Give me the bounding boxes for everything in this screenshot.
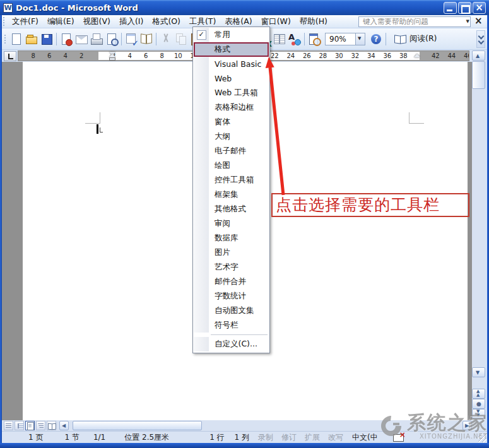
columns-icon[interactable] <box>272 32 287 47</box>
minimize-button[interactable] <box>444 2 457 14</box>
vertical-scrollbar[interactable] <box>472 50 485 420</box>
reading-mode-button[interactable]: 阅读(R) <box>391 32 440 46</box>
spelling-status-icon[interactable] <box>393 433 404 442</box>
toolbars-menu-item[interactable]: 邮件合并 <box>194 274 269 289</box>
toolbars-menu-items: 常用 格式 Visual Basic Web <box>194 28 269 333</box>
toolbars-menu-item[interactable]: 数据库 <box>194 231 269 245</box>
scroll-right-icon[interactable] <box>462 421 472 430</box>
help-icon[interactable] <box>368 32 384 47</box>
print-preview-icon[interactable] <box>104 32 119 47</box>
zoom-select[interactable]: 90% <box>325 33 365 45</box>
toolbars-menu-item[interactable]: 审阅 <box>194 216 269 231</box>
scroll-left-icon[interactable] <box>59 421 69 430</box>
margin-corner-mark <box>409 112 409 124</box>
web-layout-view-button[interactable] <box>15 421 24 430</box>
horizontal-scroll-thumb[interactable] <box>73 421 202 430</box>
toolbars-menu-item[interactable]: 自动图文集 <box>194 304 269 318</box>
section-indicator: 1 节 <box>64 432 79 443</box>
menu-item-gutter <box>194 274 209 289</box>
help-question-input[interactable]: 键入需要帮助的问题 <box>358 16 471 27</box>
view-buttons <box>3 421 57 430</box>
toolbars-menu-item[interactable]: 绘图 <box>194 158 269 173</box>
toolbars-menu-item[interactable]: Web 工具箱 <box>194 86 269 100</box>
chevron-down-icon[interactable] <box>464 19 470 25</box>
menu-item[interactable]: 格式(O) <box>148 15 185 28</box>
menu-item-label: 控件工具箱 <box>209 175 254 186</box>
drawing-icon[interactable] <box>287 32 302 47</box>
toolbar-grip-icon[interactable] <box>4 35 6 44</box>
toolbars-menu-item[interactable]: 窗体 <box>194 115 269 129</box>
print-layout-view-button[interactable] <box>25 421 35 430</box>
resize-grip[interactable] <box>478 434 486 442</box>
menu-item-label: 艺术字 <box>209 262 239 273</box>
permission-icon[interactable] <box>59 32 74 47</box>
language-indicator[interactable]: 中文(中 <box>352 432 378 443</box>
toolbar-separator[interactable] <box>154 32 158 47</box>
toolbar-options-icon[interactable] <box>476 30 485 48</box>
menu-item[interactable]: 插入(I) <box>115 15 148 28</box>
chevron-down-icon[interactable] <box>355 33 365 45</box>
toolbars-menu-item[interactable]: Web <box>194 71 269 86</box>
close-document-icon[interactable] <box>474 17 483 27</box>
maximize-button[interactable] <box>458 2 471 14</box>
vertical-scroll-thumb[interactable] <box>472 61 485 89</box>
toolbars-menu-item[interactable]: 框架集 <box>194 187 269 202</box>
research-icon[interactable] <box>139 32 154 47</box>
left-indent-marker[interactable] <box>109 57 115 61</box>
menu-item-label: 字数统计 <box>209 291 246 302</box>
mode-toggle[interactable]: 录制 <box>258 432 273 443</box>
toolbars-menu-item[interactable]: Visual Basic <box>194 57 269 71</box>
toolbars-menu-item[interactable]: 控件工具箱 <box>194 173 269 187</box>
toolbars-menu-item[interactable]: 电子邮件 <box>194 144 269 158</box>
toolbars-menu-item[interactable]: 艺术字 <box>194 260 269 274</box>
open-icon[interactable] <box>24 32 39 47</box>
toolbar-separator[interactable] <box>119 32 124 47</box>
mode-toggle[interactable]: 改写 <box>328 432 343 443</box>
scroll-up-icon[interactable] <box>472 50 485 61</box>
ruler-number: 6 <box>42 51 58 61</box>
margin-corner-mark <box>85 123 100 124</box>
toolbars-menu-item[interactable]: 表格和边框 <box>194 100 269 115</box>
outline-view-button[interactable] <box>36 421 45 430</box>
ruler-number: 38 <box>396 51 412 61</box>
menu-item-label: 自动图文集 <box>209 305 254 316</box>
new-document-icon[interactable] <box>9 32 24 47</box>
select-browse-object-icon[interactable] <box>472 399 485 409</box>
previous-page-icon[interactable] <box>472 389 485 399</box>
zoom-page-icon[interactable] <box>307 32 322 47</box>
toolbars-menu-item[interactable]: 符号栏 <box>194 318 269 333</box>
toolbars-menu-item[interactable]: 字数统计 <box>194 289 269 304</box>
close-button[interactable] <box>473 2 486 14</box>
menu-item-gutter <box>194 42 209 57</box>
normal-view-button[interactable] <box>4 421 13 430</box>
scroll-down-icon[interactable] <box>472 367 485 377</box>
menu-item[interactable]: 编辑(E) <box>43 15 79 28</box>
print-icon[interactable] <box>89 32 104 47</box>
toolbar-separator[interactable] <box>54 32 59 47</box>
email-icon[interactable] <box>74 32 89 47</box>
menu-item[interactable]: 视图(V) <box>79 15 115 28</box>
copy-icon[interactable] <box>174 32 189 47</box>
customize-menu-item[interactable]: 自定义(C)... <box>194 337 269 351</box>
mode-toggle[interactable]: 修订 <box>281 432 297 443</box>
toolbars-menu-item[interactable]: 大纲 <box>194 129 269 144</box>
toolbars-menu-item[interactable]: 常用 <box>194 28 269 42</box>
tab-selector-button[interactable] <box>4 51 16 61</box>
toolbar-separator[interactable] <box>302 32 307 47</box>
right-indent-marker[interactable] <box>414 54 420 57</box>
save-icon[interactable] <box>39 32 54 47</box>
position-indicator: 位置 2.5厘米 <box>124 432 169 443</box>
toolbars-menu-item[interactable]: 其他格式 <box>194 202 269 216</box>
spelling-grammar-icon[interactable] <box>124 32 139 47</box>
next-page-icon[interactable] <box>472 409 485 419</box>
menu-item[interactable]: 文件(F) <box>8 15 43 28</box>
horizontal-scroll-track[interactable] <box>69 421 462 430</box>
menu-item[interactable]: 帮助(H) <box>295 15 332 28</box>
menubar-grip-icon[interactable] <box>3 17 5 26</box>
menu-item-label: 窗体 <box>209 117 230 127</box>
reading-layout-view-button[interactable] <box>47 421 56 430</box>
toolbars-menu-item[interactable]: 格式 <box>194 42 269 57</box>
toolbars-menu-item[interactable]: 图片 <box>194 245 269 260</box>
mode-toggle[interactable]: 扩展 <box>305 432 320 443</box>
cut-icon[interactable] <box>158 32 174 47</box>
